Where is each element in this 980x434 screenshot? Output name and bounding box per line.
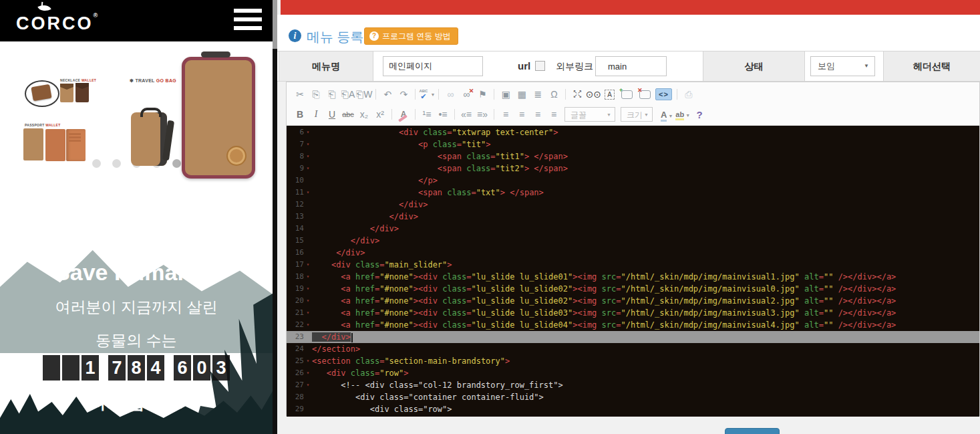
strikethrough-icon[interactable]: abc xyxy=(340,106,356,122)
code-line-11[interactable]: 11▾ <span class="txt"> </span> xyxy=(287,187,979,199)
select-all-icon[interactable]: A xyxy=(605,90,615,100)
code-line-24[interactable]: 24</section> xyxy=(287,343,979,355)
line-number: 28 xyxy=(287,391,304,403)
code-line-26[interactable]: 26▾ <div class="row"> xyxy=(287,367,979,379)
code-line-12[interactable]: 12 </div> xyxy=(287,199,979,211)
code-line-13[interactable]: 13 </div> xyxy=(287,211,979,223)
bulleted-list-icon[interactable]: •≡ xyxy=(435,106,451,122)
toolbar-separator xyxy=(391,109,392,120)
about-icon[interactable]: ? xyxy=(691,106,707,122)
italic-icon[interactable]: I xyxy=(308,106,324,122)
code-line-14[interactable]: 14 </div> xyxy=(287,223,979,235)
program-link-help-button[interactable]: ?프로그램 연동 방법 xyxy=(364,27,458,45)
fold-arrow-icon[interactable]: ▾ xyxy=(304,259,312,271)
align-left-icon[interactable]: ≡ xyxy=(498,106,514,122)
code-line-25[interactable]: 25▾<section class="section-main-brandsto… xyxy=(287,355,979,367)
size-select[interactable]: 크기▼ xyxy=(621,107,653,122)
special-char-icon[interactable]: Ω xyxy=(546,86,562,102)
code-line-21[interactable]: 21▾ <a href="#none"><div class="lu_slide… xyxy=(287,307,979,319)
numbered-list-icon[interactable]: ¹≡ xyxy=(419,106,435,122)
spellcheck-icon[interactable]: ABC✔ xyxy=(419,89,428,100)
code-line-30[interactable]: 30 <div class="col-12 brandstory_row_fir… xyxy=(287,415,979,417)
fold-arrow-icon[interactable]: ▾ xyxy=(304,150,312,162)
code-line-29[interactable]: 29 <div class="row"> xyxy=(287,403,979,415)
bold-icon[interactable]: B xyxy=(292,106,308,122)
text-color-icon[interactable]: A▼ xyxy=(659,110,674,120)
hamburger-menu-icon[interactable] xyxy=(234,9,262,31)
fold-arrow-icon[interactable]: ▾ xyxy=(304,271,312,283)
code-line-9[interactable]: 9▾ <span class="tit2"> </span> xyxy=(287,162,979,175)
redo-icon[interactable]: ↷ xyxy=(395,86,412,102)
code-line-16[interactable]: 16 </div> xyxy=(287,247,979,259)
code-line-8[interactable]: 8▾ <span class="tit1"> </span> xyxy=(287,150,979,162)
menu-form-row: 메뉴명 url 외부링크 상태 보임▼ 헤더선택 xyxy=(277,51,980,82)
find-replace-icon[interactable]: ⊙⊙ xyxy=(585,86,601,102)
code-line-15[interactable]: 15 </div> xyxy=(287,235,979,247)
paste-text-icon[interactable]: ⎗A xyxy=(340,86,356,102)
copy-icon[interactable]: ⎘ xyxy=(308,86,324,102)
slider-dot[interactable] xyxy=(92,159,101,168)
indent-icon[interactable]: ≡» xyxy=(474,106,490,122)
code-line-22[interactable]: 22▾ <a href="#none"><div class="lu_slide… xyxy=(287,319,979,331)
remove-comment-icon[interactable]: ✕ xyxy=(639,90,651,99)
preview-scrollbar[interactable] xyxy=(273,0,277,434)
slider-dot[interactable] xyxy=(112,159,121,168)
align-center-icon[interactable]: ≡ xyxy=(514,106,530,122)
screen: CORCO® NECKLACE WALLET PASSPORT WALLET ✾… xyxy=(0,0,980,434)
font-select[interactable]: 글꼴▼ xyxy=(564,107,615,122)
code-line-17[interactable]: 17▾ <div class="main_slider"> xyxy=(287,259,979,271)
fold-arrow-icon[interactable]: ▾ xyxy=(304,295,312,307)
fold-arrow-icon[interactable]: ▾ xyxy=(304,319,312,331)
save-button[interactable]: 저장하기 xyxy=(725,428,780,434)
print-icon[interactable]: ⎙ xyxy=(681,86,697,102)
fold-arrow-icon[interactable]: ▾ xyxy=(304,187,312,199)
code-line-10[interactable]: 10 </p> xyxy=(287,175,979,187)
counter-comma: , xyxy=(101,358,106,381)
code-line-19[interactable]: 19▾ <a href="#none"><div class="lu_slide… xyxy=(287,283,979,295)
fold-arrow-icon[interactable]: ▾ xyxy=(304,307,312,319)
source-code-area[interactable]: 6▾ <div class="txtwrap text-center">7▾ <… xyxy=(287,126,979,417)
code-line-6[interactable]: 6▾ <div class="txtwrap text-center"> xyxy=(287,126,979,138)
maximize-icon[interactable]: ↖↗↙↘ xyxy=(569,90,585,98)
external-link-checkbox[interactable] xyxy=(535,61,545,71)
code-line-7[interactable]: 7▾ <p class="tit"> xyxy=(287,138,979,150)
subscript-icon[interactable]: x₂ xyxy=(356,106,372,122)
status-select[interactable]: 보임▼ xyxy=(810,56,875,76)
source-button[interactable]: <> xyxy=(655,88,672,100)
fold-arrow-icon[interactable]: ▾ xyxy=(304,367,312,379)
outdent-icon[interactable]: «≡ xyxy=(458,106,474,122)
code-line-20[interactable]: 20▾ <a href="#none"><div class="lu_slide… xyxy=(287,295,979,307)
slider-dot[interactable] xyxy=(172,159,181,168)
fold-arrow-icon[interactable]: ▾ xyxy=(304,283,312,295)
align-justify-icon[interactable]: ≡ xyxy=(546,106,562,122)
superscript-icon[interactable]: x² xyxy=(372,106,388,122)
code-line-23[interactable]: 23 </div> xyxy=(287,331,979,343)
add-comment-icon[interactable]: + xyxy=(621,90,633,99)
menu-name-input[interactable] xyxy=(383,56,483,76)
scissors-icon[interactable]: ✂ xyxy=(292,86,308,102)
underline-icon[interactable]: U xyxy=(324,106,340,122)
preview-scrollbar-thumb[interactable] xyxy=(273,0,277,49)
code-line-28[interactable]: 28 <div class="container container-fluid… xyxy=(287,391,979,403)
fold-arrow-icon[interactable]: ▾ xyxy=(304,162,312,175)
fold-arrow-icon[interactable]: ▾ xyxy=(304,355,312,367)
bg-color-icon[interactable]: ab▼ xyxy=(674,110,691,118)
image-icon[interactable]: ▣ xyxy=(498,86,514,102)
anchor-flag-icon[interactable]: ⚑ xyxy=(474,86,490,102)
paste-word-icon[interactable]: ⎗W xyxy=(356,86,372,102)
paste-icon[interactable]: ⎗ xyxy=(324,86,340,102)
horizontal-line-icon[interactable]: ≣ xyxy=(530,86,546,102)
table-icon[interactable]: ▦ xyxy=(514,86,530,102)
code-line-27[interactable]: 27▾ <!-- <div class="col-12 brandstory_r… xyxy=(287,379,979,391)
fold-arrow-icon[interactable]: ▾ xyxy=(304,126,312,138)
line-number: 30 xyxy=(287,415,304,417)
fold-arrow-icon[interactable]: ▾ xyxy=(304,138,312,150)
unlink-icon[interactable]: ∞✕ xyxy=(458,89,474,100)
url-input[interactable] xyxy=(595,56,667,76)
link-icon[interactable]: ∞ xyxy=(442,86,458,102)
undo-icon[interactable]: ↶ xyxy=(379,86,395,102)
fold-arrow-icon[interactable]: ▾ xyxy=(304,379,312,391)
code-line-18[interactable]: 18▾ <a href="#none"><div class="lu_slide… xyxy=(287,271,979,283)
align-right-icon[interactable]: ≡ xyxy=(530,106,546,122)
remove-format-icon[interactable]: A xyxy=(395,110,412,119)
